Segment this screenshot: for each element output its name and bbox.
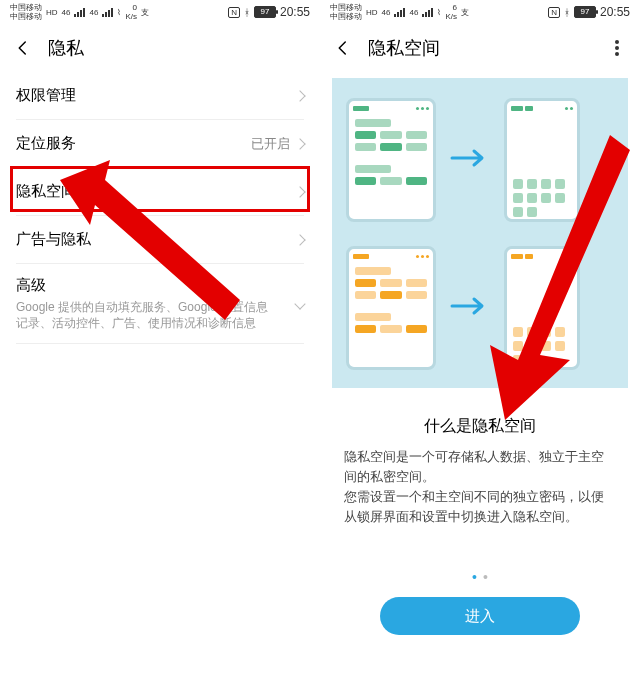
wifi-icon: ⌇ xyxy=(117,8,121,17)
row-value: 已开启 xyxy=(251,135,290,153)
page-dot: • xyxy=(483,569,488,585)
battery-icon: 97 xyxy=(574,6,596,18)
enter-button[interactable]: 进入 xyxy=(380,597,580,635)
arrow-right-icon xyxy=(450,148,490,172)
page-title: 隐私 xyxy=(48,36,84,60)
page-title: 隐私空间 xyxy=(368,36,440,60)
more-icon[interactable] xyxy=(608,39,626,57)
carrier-label: 中国移动 中国移动 xyxy=(10,3,42,21)
info-card: 什么是隐私空间 隐私空间是一个可存储私人数据、独立于主空间的私密空间。 您需设置… xyxy=(332,404,628,541)
arrow-right-icon xyxy=(450,296,490,320)
row-location-service[interactable]: 定位服务 已开启 xyxy=(16,120,304,168)
chevron-right-icon xyxy=(294,234,305,245)
bluetooth-icon: ᚼ xyxy=(564,7,570,18)
status-bar: 中国移动 中国移动 HD 46 46 ⌇ 0K/s 支 N ᚼ 97 20:55 xyxy=(0,0,320,24)
info-title: 什么是隐私空间 xyxy=(344,416,616,437)
page-dot-active: • xyxy=(472,569,477,585)
battery-icon: 97 xyxy=(254,6,276,18)
clock: 20:55 xyxy=(280,5,310,19)
row-private-space[interactable]: 隐私空间 xyxy=(16,168,304,216)
signal-icon xyxy=(394,8,405,17)
alipay-icon: 支 xyxy=(141,7,149,18)
signal-icon xyxy=(422,8,433,17)
page-indicator: •• xyxy=(320,569,640,585)
back-icon[interactable] xyxy=(14,39,32,57)
row-subtitle: Google 提供的自动填充服务、Google 位置信息记录、活动控件、广告、使… xyxy=(16,299,304,331)
bluetooth-icon: ᚼ xyxy=(244,7,250,18)
row-permission-management[interactable]: 权限管理 xyxy=(16,72,304,120)
illustration-main-space xyxy=(346,98,436,222)
signal-icon xyxy=(74,8,85,17)
illustration-area xyxy=(332,78,628,388)
illustration-private-lock-screen xyxy=(504,246,580,370)
header: 隐私 xyxy=(0,24,320,72)
signal-icon xyxy=(102,8,113,17)
info-paragraph: 隐私空间是一个可存储私人数据、独立于主空间的私密空间。 xyxy=(344,447,616,487)
illustration-lock-screen xyxy=(504,98,580,222)
screen-privacy-settings: 中国移动 中国移动 HD 46 46 ⌇ 0K/s 支 N ᚼ 97 20:55 xyxy=(0,0,320,686)
illustration-private-space xyxy=(346,246,436,370)
row-ads-privacy[interactable]: 广告与隐私 xyxy=(16,216,304,264)
screen-private-space-intro: 中国移动 中国移动 HD 46 46 ⌇ 6K/s 支 N ᚼ 97 20:55 xyxy=(320,0,640,686)
chevron-right-icon xyxy=(294,90,305,101)
row-advanced[interactable]: 高级 Google 提供的自动填充服务、Google 位置信息记录、活动控件、广… xyxy=(16,264,304,344)
chevron-right-icon xyxy=(294,186,305,197)
clock: 20:55 xyxy=(600,5,630,19)
chevron-right-icon xyxy=(294,138,305,149)
header: 隐私空间 xyxy=(320,24,640,72)
info-paragraph: 您需设置一个和主空间不同的独立密码，以便从锁屏界面和设置中切换进入隐私空间。 xyxy=(344,487,616,527)
net-speed: 0K/s xyxy=(125,3,137,21)
back-icon[interactable] xyxy=(334,39,352,57)
nfc-icon: N xyxy=(228,7,240,18)
status-bar: 中国移动 中国移动 HD 46 46 ⌇ 6K/s 支 N ᚼ 97 20:55 xyxy=(320,0,640,24)
wifi-icon: ⌇ xyxy=(437,8,441,17)
hd-icon: HD xyxy=(46,8,58,17)
nfc-icon: N xyxy=(548,7,560,18)
